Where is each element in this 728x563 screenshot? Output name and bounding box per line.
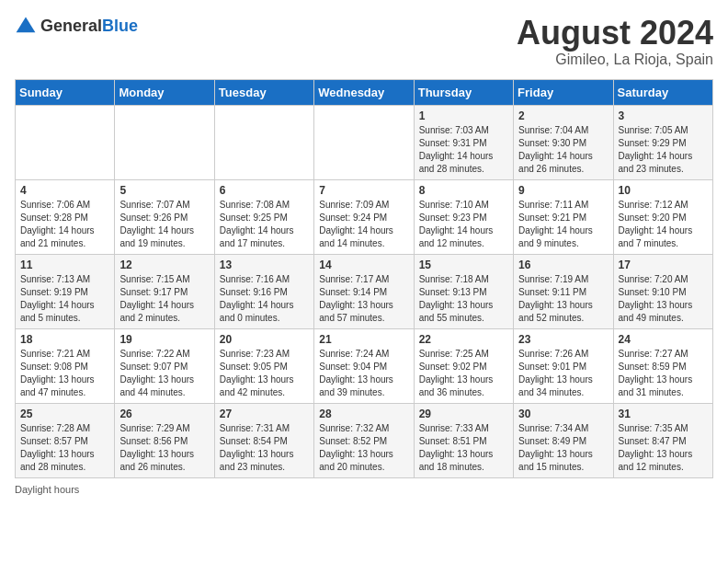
day-info: Sunrise: 7:31 AM Sunset: 8:54 PM Dayligh…	[220, 422, 309, 474]
calendar-cell: 28Sunrise: 7:32 AM Sunset: 8:52 PM Dayli…	[314, 403, 414, 477]
calendar-cell: 15Sunrise: 7:18 AM Sunset: 9:13 PM Dayli…	[414, 254, 513, 328]
day-number: 9	[518, 184, 608, 197]
day-number: 14	[319, 259, 408, 271]
day-info: Sunrise: 7:13 AM Sunset: 9:19 PM Dayligh…	[20, 273, 109, 325]
day-info: Sunrise: 7:25 AM Sunset: 9:02 PM Dayligh…	[419, 348, 508, 399]
day-info: Sunrise: 7:17 AM Sunset: 9:14 PM Dayligh…	[319, 273, 408, 325]
calendar-cell	[314, 105, 414, 179]
day-number: 6	[220, 184, 309, 197]
calendar-cell: 2Sunrise: 7:04 AM Sunset: 9:30 PM Daylig…	[514, 105, 613, 179]
day-info: Sunrise: 7:11 AM Sunset: 9:21 PM Dayligh…	[518, 199, 608, 250]
logo-blue-text: Blue	[102, 17, 138, 35]
calendar-cell: 29Sunrise: 7:33 AM Sunset: 8:51 PM Dayli…	[414, 403, 513, 477]
week-row-1: 1Sunrise: 7:03 AM Sunset: 9:31 PM Daylig…	[16, 105, 713, 179]
week-row-2: 4Sunrise: 7:06 AM Sunset: 9:28 PM Daylig…	[16, 179, 713, 254]
day-info: Sunrise: 7:07 AM Sunset: 9:26 PM Dayligh…	[119, 199, 209, 250]
day-number: 28	[319, 408, 408, 420]
week-row-4: 18Sunrise: 7:21 AM Sunset: 9:08 PM Dayli…	[16, 328, 713, 403]
day-number: 31	[619, 408, 708, 420]
column-header-tuesday: Tuesday	[214, 79, 313, 105]
calendar-cell: 5Sunrise: 7:07 AM Sunset: 9:26 PM Daylig…	[115, 179, 214, 254]
week-row-3: 11Sunrise: 7:13 AM Sunset: 9:19 PM Dayli…	[16, 254, 713, 328]
day-number: 23	[518, 333, 608, 346]
day-info: Sunrise: 7:26 AM Sunset: 9:01 PM Dayligh…	[518, 348, 608, 399]
day-info: Sunrise: 7:08 AM Sunset: 9:25 PM Dayligh…	[220, 199, 309, 250]
day-info: Sunrise: 7:20 AM Sunset: 9:10 PM Dayligh…	[619, 273, 708, 325]
calendar-cell: 13Sunrise: 7:16 AM Sunset: 9:16 PM Dayli…	[214, 254, 313, 328]
calendar-cell	[115, 105, 214, 179]
day-number: 10	[619, 184, 708, 197]
day-info: Sunrise: 7:33 AM Sunset: 8:51 PM Dayligh…	[419, 422, 508, 474]
calendar-cell: 6Sunrise: 7:08 AM Sunset: 9:25 PM Daylig…	[214, 179, 313, 254]
calendar-cell: 3Sunrise: 7:05 AM Sunset: 9:29 PM Daylig…	[613, 105, 712, 179]
svg-marker-0	[17, 17, 36, 32]
calendar-cell: 9Sunrise: 7:11 AM Sunset: 9:21 PM Daylig…	[514, 179, 613, 254]
day-number: 4	[20, 184, 109, 197]
day-number: 13	[220, 259, 309, 271]
calendar-cell: 22Sunrise: 7:25 AM Sunset: 9:02 PM Dayli…	[414, 328, 513, 403]
day-info: Sunrise: 7:19 AM Sunset: 9:11 PM Dayligh…	[518, 273, 608, 325]
logo-icon	[15, 15, 37, 37]
calendar-cell	[16, 105, 115, 179]
calendar-cell: 21Sunrise: 7:24 AM Sunset: 9:04 PM Dayli…	[314, 328, 414, 403]
day-info: Sunrise: 7:05 AM Sunset: 9:29 PM Dayligh…	[619, 124, 708, 176]
day-number: 3	[619, 109, 708, 122]
calendar-cell: 20Sunrise: 7:23 AM Sunset: 9:05 PM Dayli…	[214, 328, 313, 403]
calendar-cell: 23Sunrise: 7:26 AM Sunset: 9:01 PM Dayli…	[514, 328, 613, 403]
day-number: 19	[119, 333, 209, 346]
calendar-cell: 26Sunrise: 7:29 AM Sunset: 8:56 PM Dayli…	[115, 403, 214, 477]
title-block: August 2024 Gimileo, La Rioja, Spain	[517, 15, 713, 68]
column-header-sunday: Sunday	[16, 79, 115, 105]
calendar-cell: 4Sunrise: 7:06 AM Sunset: 9:28 PM Daylig…	[16, 179, 115, 254]
day-info: Sunrise: 7:22 AM Sunset: 9:07 PM Dayligh…	[119, 348, 209, 399]
day-info: Sunrise: 7:15 AM Sunset: 9:17 PM Dayligh…	[119, 273, 209, 325]
day-info: Sunrise: 7:12 AM Sunset: 9:20 PM Dayligh…	[619, 199, 708, 250]
day-info: Sunrise: 7:18 AM Sunset: 9:13 PM Dayligh…	[419, 273, 508, 325]
day-info: Sunrise: 7:21 AM Sunset: 9:08 PM Dayligh…	[20, 348, 109, 399]
column-header-wednesday: Wednesday	[314, 79, 414, 105]
column-header-friday: Friday	[514, 79, 613, 105]
day-number: 2	[518, 109, 608, 122]
calendar-cell: 8Sunrise: 7:10 AM Sunset: 9:23 PM Daylig…	[414, 179, 513, 254]
day-number: 1	[419, 109, 508, 122]
logo-general-text: General	[40, 17, 102, 35]
day-number: 7	[319, 184, 408, 197]
day-number: 18	[20, 333, 109, 346]
column-header-thursday: Thursday	[414, 79, 513, 105]
day-info: Sunrise: 7:35 AM Sunset: 8:47 PM Dayligh…	[619, 422, 708, 474]
day-number: 21	[319, 333, 408, 346]
calendar-cell: 14Sunrise: 7:17 AM Sunset: 9:14 PM Dayli…	[314, 254, 414, 328]
day-info: Sunrise: 7:03 AM Sunset: 9:31 PM Dayligh…	[419, 124, 508, 176]
day-info: Sunrise: 7:28 AM Sunset: 8:57 PM Dayligh…	[20, 422, 109, 474]
header-row: SundayMondayTuesdayWednesdayThursdayFrid…	[16, 79, 713, 105]
day-info: Sunrise: 7:34 AM Sunset: 8:49 PM Dayligh…	[518, 422, 608, 474]
calendar-cell: 24Sunrise: 7:27 AM Sunset: 8:59 PM Dayli…	[613, 328, 712, 403]
calendar-cell: 27Sunrise: 7:31 AM Sunset: 8:54 PM Dayli…	[214, 403, 313, 477]
day-number: 17	[619, 259, 708, 271]
day-info: Sunrise: 7:04 AM Sunset: 9:30 PM Dayligh…	[518, 124, 608, 176]
day-number: 25	[20, 408, 109, 420]
day-number: 15	[419, 259, 508, 271]
day-info: Sunrise: 7:27 AM Sunset: 8:59 PM Dayligh…	[619, 348, 708, 399]
location-subtitle: Gimileo, La Rioja, Spain	[517, 52, 713, 68]
day-number: 22	[419, 333, 508, 346]
day-number: 5	[119, 184, 209, 197]
calendar-cell: 7Sunrise: 7:09 AM Sunset: 9:24 PM Daylig…	[314, 179, 414, 254]
day-number: 12	[119, 259, 209, 271]
calendar-cell: 19Sunrise: 7:22 AM Sunset: 9:07 PM Dayli…	[115, 328, 214, 403]
day-number: 16	[518, 259, 608, 271]
day-number: 29	[419, 408, 508, 420]
calendar-cell: 16Sunrise: 7:19 AM Sunset: 9:11 PM Dayli…	[514, 254, 613, 328]
day-number: 27	[220, 408, 309, 420]
day-info: Sunrise: 7:09 AM Sunset: 9:24 PM Dayligh…	[319, 199, 408, 250]
calendar-cell: 10Sunrise: 7:12 AM Sunset: 9:20 PM Dayli…	[613, 179, 712, 254]
day-info: Sunrise: 7:06 AM Sunset: 9:28 PM Dayligh…	[20, 199, 109, 250]
day-number: 8	[419, 184, 508, 197]
calendar-cell: 11Sunrise: 7:13 AM Sunset: 9:19 PM Dayli…	[16, 254, 115, 328]
column-header-saturday: Saturday	[613, 79, 712, 105]
day-number: 30	[518, 408, 608, 420]
calendar-cell	[214, 105, 313, 179]
column-header-monday: Monday	[115, 79, 214, 105]
calendar-cell: 30Sunrise: 7:34 AM Sunset: 8:49 PM Dayli…	[514, 403, 613, 477]
calendar-cell: 1Sunrise: 7:03 AM Sunset: 9:31 PM Daylig…	[414, 105, 513, 179]
